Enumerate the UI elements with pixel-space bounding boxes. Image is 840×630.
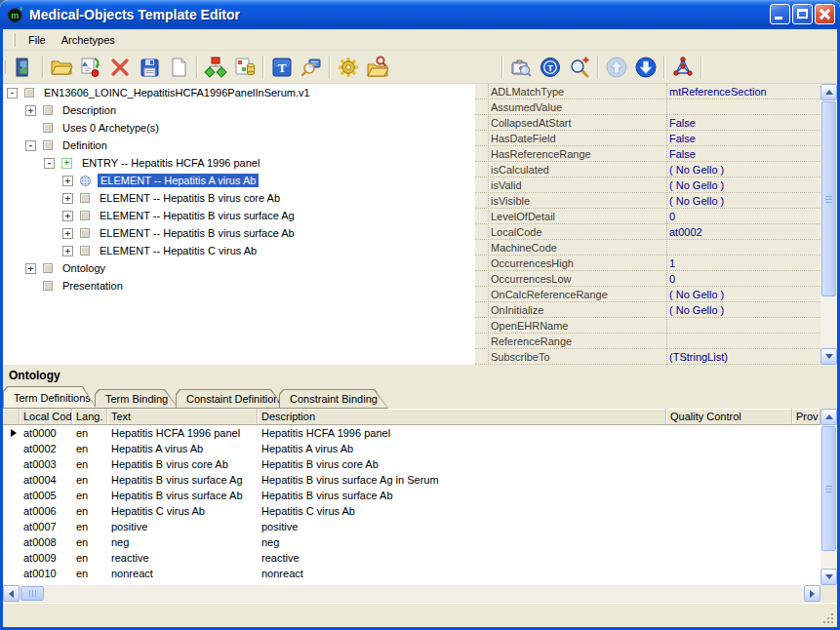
property-value[interactable]: ( No Gello ) <box>666 179 820 191</box>
scrollbar-thumb[interactable] <box>20 586 44 601</box>
property-value[interactable]: 0 <box>666 211 820 222</box>
property-row[interactable]: isCalculated( No Gello ) <box>475 162 820 177</box>
property-row[interactable]: isValid( No Gello ) <box>475 177 820 193</box>
property-row[interactable]: SubscribeTo(TStringList) <box>475 349 820 365</box>
settings-button[interactable] <box>334 53 363 82</box>
resize-grip[interactable] <box>821 611 834 624</box>
ontology-graph-button[interactable] <box>668 53 698 82</box>
header-quality-control[interactable]: Quality Control <box>666 409 792 425</box>
expand-toggle[interactable]: + <box>25 263 36 274</box>
tree-item-label[interactable]: ENTRY -- Hepatitis HCFA 1996 panel <box>79 156 262 170</box>
property-value[interactable]: ( No Gello ) <box>666 304 820 316</box>
header-local-code[interactable]: Local Code <box>20 409 72 425</box>
table-row[interactable]: at0003 en Hepatitis B virus core Ab Hepa… <box>3 456 820 472</box>
find-archetype-button[interactable] <box>506 53 536 82</box>
table-row[interactable]: at0000 en Hepatitis HCFA 1996 panel Hepa… <box>3 425 820 441</box>
property-value[interactable]: 0 <box>666 273 820 285</box>
property-value[interactable]: (TStringList) <box>666 351 820 363</box>
table-row[interactable]: at0005 en Hepatitis B virus surface Ab H… <box>3 488 820 503</box>
save-button[interactable] <box>135 53 164 82</box>
tree-item-label[interactable]: Ontology <box>60 261 108 275</box>
property-value[interactable]: False <box>666 117 820 129</box>
tab-term-definitions[interactable]: Term Definitions <box>3 386 97 409</box>
property-row[interactable]: OnCalcReferenceRange( No Gello ) <box>475 287 820 302</box>
property-row[interactable]: AssumedValue <box>475 99 820 115</box>
table-row[interactable]: at0006 en Hepatitis C virus Ab Hepatitis… <box>3 503 820 519</box>
tree-item-presentation[interactable]: Presentation <box>3 277 475 295</box>
table-row[interactable]: at0002 en Hepatitis A virus Ab Hepatitis… <box>3 441 820 456</box>
tree-item-uses-archetypes[interactable]: Uses 0 Archetype(s) <box>3 119 475 137</box>
expand-toggle[interactable]: + <box>62 228 73 239</box>
expand-toggle[interactable]: - <box>25 140 36 151</box>
close-button[interactable] <box>815 4 835 24</box>
text-element-button[interactable]: T <box>267 53 297 82</box>
table-row[interactable]: at0008 en neg neg <box>3 534 820 550</box>
property-row[interactable]: CollapsedAtStartFalse <box>475 115 820 131</box>
tree-item-label[interactable]: ELEMENT -- Hepatitis B virus surface Ag <box>97 209 298 222</box>
scroll-right-button[interactable] <box>804 585 820 602</box>
tree-item-label[interactable]: EN13606_LOINC_HepatitisHCFA1996PanelInSe… <box>41 86 313 99</box>
archetype-tree-button[interactable] <box>201 53 230 82</box>
tree-item-label[interactable]: ELEMENT -- Hepatitis B virus core Ab <box>97 191 283 205</box>
property-value[interactable]: ( No Gello ) <box>666 195 820 207</box>
header-description[interactable]: Description <box>258 409 666 425</box>
term-button[interactable]: T <box>536 53 565 82</box>
composition-button[interactable] <box>230 53 260 82</box>
expand-toggle[interactable]: - <box>7 88 18 98</box>
tab-constraint-binding[interactable]: Constraint Binding <box>279 389 388 409</box>
tree-item-label-selected[interactable]: ELEMENT -- Hepatitis A virus Ab <box>98 174 259 187</box>
tree-item-label[interactable]: Presentation <box>60 279 126 293</box>
import-button[interactable] <box>76 53 105 82</box>
menu-archetypes[interactable]: Archetypes <box>55 31 122 49</box>
property-value[interactable]: ( No Gello ) <box>666 164 820 176</box>
expand-toggle[interactable]: + <box>62 246 73 256</box>
property-row[interactable]: ReferenceRange <box>475 334 820 349</box>
property-row[interactable]: MachineCode <box>475 240 820 256</box>
header-text[interactable]: Text <box>107 409 258 425</box>
exit-button[interactable] <box>10 53 39 82</box>
expand-toggle[interactable]: + <box>62 211 73 221</box>
tree-item-label[interactable]: ELEMENT -- Hepatitis B virus surface Ab <box>97 226 298 240</box>
property-value[interactable]: mtReferenceSection <box>666 86 820 98</box>
tree-item-entry[interactable]: - + ENTRY -- Hepatitis HCFA 1996 panel <box>3 154 475 172</box>
tree-item-element-hep-b-core[interactable]: + ELEMENT -- Hepatitis B virus core Ab <box>3 189 475 207</box>
tree-item-root[interactable]: - EN13606_LOINC_HepatitisHCFA1996PanelIn… <box>3 84 475 101</box>
tree-item-element-hep-b-surface-ag[interactable]: + ELEMENT -- Hepatitis B virus surface A… <box>3 207 475 224</box>
property-grid-divider[interactable] <box>666 84 667 365</box>
tree-item-element-hep-a[interactable]: + ELEMENT -- Hepatitis A virus Ab <box>3 172 475 189</box>
property-row[interactable]: OccurrencesHigh1 <box>475 256 820 271</box>
property-row[interactable]: isVisible( No Gello ) <box>475 193 820 209</box>
tree-item-element-hep-c[interactable]: + ELEMENT -- Hepatitis C virus Ab <box>3 242 475 259</box>
table-row[interactable]: at0007 en positive positive <box>3 519 820 534</box>
table-row[interactable]: at0004 en Hepatitis B virus surface Ag H… <box>3 472 820 488</box>
find-button[interactable] <box>297 53 326 82</box>
tree-item-ontology[interactable]: + Ontology <box>3 259 475 277</box>
property-row[interactable]: OccurrencesLow0 <box>475 271 820 287</box>
property-row[interactable]: OpenEHRName <box>475 318 820 334</box>
maximize-button[interactable] <box>792 4 813 24</box>
expand-toggle[interactable]: + <box>62 193 73 204</box>
move-up-button[interactable] <box>602 53 631 82</box>
table-row[interactable]: at0010 en nonreact nonreact <box>3 566 820 581</box>
delete-button[interactable] <box>105 53 135 82</box>
tree-item-element-hep-b-surface-ab[interactable]: + ELEMENT -- Hepatitis B virus surface A… <box>3 224 475 242</box>
tree-item-label[interactable]: Uses 0 Archetype(s) <box>60 121 162 135</box>
tree-item-label[interactable]: Description <box>60 103 119 117</box>
property-row[interactable]: LocalCodeat0002 <box>475 224 820 240</box>
open-repository-button[interactable] <box>363 53 392 82</box>
table-row[interactable]: at0009 en reactive reactive <box>3 550 820 566</box>
expand-toggle[interactable]: + <box>25 105 36 116</box>
scrollbar-thumb[interactable] <box>821 101 836 296</box>
open-button[interactable] <box>47 53 76 82</box>
tab-constraint-definition[interactable]: Constaint Definition <box>176 389 285 409</box>
tab-term-binding[interactable]: Term Binding <box>95 389 179 409</box>
tree-item-definition[interactable]: - Definition <box>3 137 475 154</box>
header-lang[interactable]: Lang. <box>72 409 107 425</box>
tree-item-label[interactable]: Definition <box>60 138 110 152</box>
property-row[interactable]: HasDateFieldFalse <box>475 131 820 146</box>
zoom-in-button[interactable] <box>565 53 594 82</box>
tree-item-description[interactable]: + Description <box>3 101 475 119</box>
property-value[interactable]: False <box>666 148 820 160</box>
property-value[interactable]: False <box>666 133 820 144</box>
tree-item-label[interactable]: ELEMENT -- Hepatitis C virus Ab <box>97 244 260 257</box>
